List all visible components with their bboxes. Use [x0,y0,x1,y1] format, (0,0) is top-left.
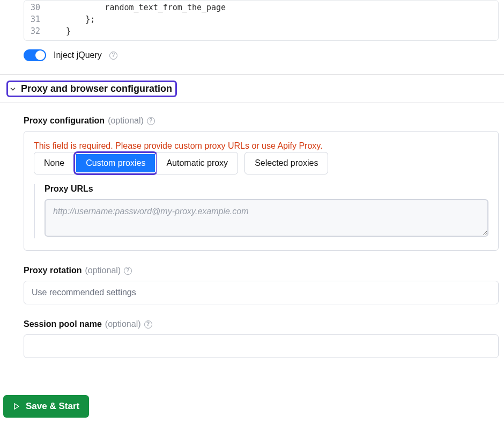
session-pool-label-text: Session pool name [24,319,102,329]
code-line: 30 random_text_from_the_page [24,2,498,13]
inject-jquery-toggle[interactable] [24,49,46,61]
code-text: random_text_from_the_page [47,2,226,13]
session-pool-input[interactable] [24,334,499,358]
save-start-button[interactable]: Save & Start [3,395,89,396]
proxy-option-selected[interactable]: Selected proxies [244,152,328,174]
code-text: }; [47,13,95,25]
proxy-urls-label: Proxy URLs [45,184,488,194]
proxy-urls-input[interactable] [45,199,488,237]
proxy-config-error: This field is required. Please provide c… [34,141,488,151]
help-icon[interactable]: ? [124,267,132,275]
proxy-config-panel: This field is required. Please provide c… [24,131,499,251]
code-text: } [47,25,71,37]
line-number: 30 [24,2,47,13]
optional-hint: (optional) [105,319,141,329]
help-icon[interactable]: ? [144,320,152,329]
section-title: Proxy and browser configuration [21,83,172,94]
proxy-mode-group: None Custom proxies Automatic proxy Sele… [34,152,488,174]
proxy-option-automatic[interactable]: Automatic proxy [157,152,238,174]
proxy-config-label-text: Proxy configuration [24,116,105,126]
section-header[interactable]: Proxy and browser configuration [0,75,504,103]
code-line: 32 } [24,25,498,37]
help-icon[interactable]: ? [147,117,155,125]
code-line: 31 }; [24,13,498,25]
help-icon[interactable]: ? [109,52,117,60]
code-editor[interactable]: 30 random_text_from_the_page 31 }; 32 } [24,0,499,41]
optional-hint: (optional) [85,266,121,275]
proxy-rotation-label-text: Proxy rotation [24,266,81,275]
line-number: 31 [24,13,47,25]
proxy-option-custom[interactable]: Custom proxies [76,154,155,172]
action-bar: Save & Start [0,391,504,396]
inject-jquery-label: Inject jQuery [54,50,102,60]
chevron-down-icon [9,85,17,93]
optional-hint: (optional) [108,116,144,126]
proxy-option-none[interactable]: None [34,152,75,174]
proxy-rotation-label: Proxy rotation (optional) ? [24,266,499,275]
proxy-rotation-select[interactable]: Use recommended settings [24,281,499,304]
proxy-config-label: Proxy configuration (optional) ? [24,116,499,126]
session-pool-label: Session pool name (optional) ? [24,319,499,329]
line-number: 32 [24,25,47,37]
proxy-urls-panel: Proxy URLs [34,184,488,238]
